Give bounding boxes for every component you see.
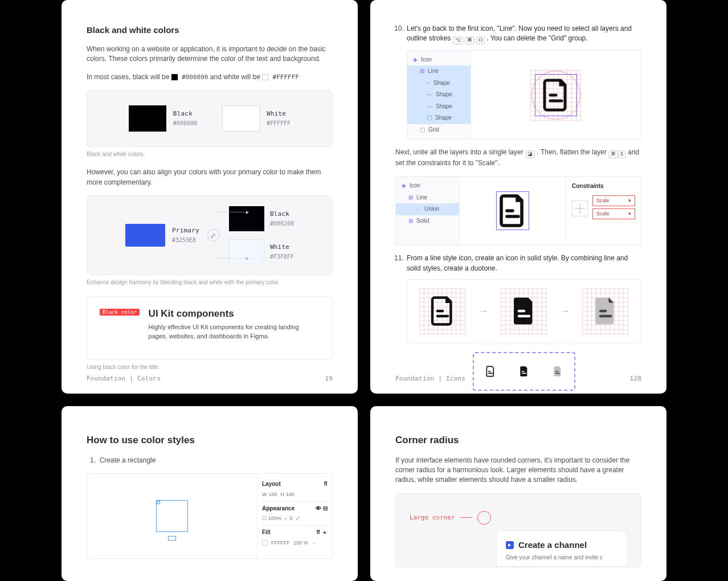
caption-bw: Black and white colors.: [87, 150, 333, 159]
figma-figure-2: ◈Icon ⊞Line ⟋Union ⊞Solid Constraints: [395, 176, 641, 246]
card-desc: Give your channel a name and invite c: [506, 554, 617, 562]
layout-options-icon[interactable]: ⠿: [324, 480, 328, 489]
heading-bw: Black and white colors: [87, 24, 333, 36]
collapse-icon[interactable]: ⊟: [323, 505, 328, 512]
kbd-o: O: [476, 36, 485, 44]
corner-circle-icon: [477, 511, 491, 525]
heading-corner: Corner radius: [395, 433, 641, 448]
kbd-opt: ⌥: [453, 36, 463, 44]
layer-panel-2: ◈Icon ⊞Line ⟋Union ⊞Solid: [396, 177, 460, 245]
bw-swatch-panel: Black #000000 White #FFFFFF: [87, 90, 333, 147]
caption-blend: Enhance design harmony by blending black…: [87, 279, 333, 287]
blend-text: However, you can also align your colors …: [87, 167, 333, 187]
constraint-h-select[interactable]: Scale▾: [592, 195, 635, 206]
icon-style-solid: [501, 288, 547, 334]
page-bw-colors: Black and white colors When working on a…: [62, 0, 358, 394]
swatch-black: Black #000000: [129, 105, 197, 132]
footer-path: Foundation | Colors: [87, 374, 161, 383]
footer-page: 128: [629, 374, 641, 383]
swatch-dot-black: [171, 74, 178, 80]
primary-swatch: [125, 224, 165, 247]
step-11: From a line style icon, create an icon i…: [395, 253, 641, 391]
constraints-cross-icon[interactable]: [572, 201, 588, 216]
caption-kit: Using black color for the title.: [87, 363, 333, 372]
page-icons: Let's go back to the first icon, "Line".…: [370, 0, 666, 394]
arrow-icon: →: [478, 304, 488, 318]
unite-instructions: Next, unite all the layers into a single…: [395, 148, 641, 168]
page-color-styles: How to use color styles 1. Create a rect…: [62, 406, 358, 581]
icon-style-line: [419, 288, 466, 334]
ui-kit-card: Black color UI Kit components Highly eff…: [87, 296, 333, 361]
blend-white-swatch: [229, 239, 264, 264]
kbd-cmd-2: ⌘: [608, 150, 618, 158]
corner-intro: If your interface elements have rounded …: [395, 456, 641, 485]
example-card: Create a channel Give your channel a nam…: [496, 530, 627, 567]
kbd-cmd: ⌘: [465, 36, 475, 44]
constraint-v-select[interactable]: Scale▾: [592, 208, 635, 219]
fill-opacity[interactable]: 100 %: [293, 539, 308, 547]
styles-icon[interactable]: ⠿: [316, 529, 320, 535]
footer-page: 19: [325, 374, 333, 383]
figma-figure-1: ◈Icon ⊞Line ⌐Shape —Shape —Shape ▢Shape …: [407, 50, 641, 140]
icon-styles-figure: → →: [407, 279, 641, 343]
layer-panel-1: ◈Icon ⊞Line ⌐Shape —Shape —Shape ▢Shape …: [407, 51, 471, 140]
heading-styles: How to use color styles: [87, 433, 333, 448]
arrow-icon: →: [560, 304, 570, 318]
blend-black-swatch: [229, 206, 264, 231]
swatch-white: White #FFFFFF: [222, 105, 291, 132]
kit-tag: Black color: [100, 309, 140, 316]
swatch-box-black: [129, 105, 166, 132]
radius-field[interactable]: ⌐ 0: [285, 515, 292, 522]
step-10: Let's go back to the first icon, "Line".…: [395, 24, 641, 140]
remove-fill-icon[interactable]: －: [312, 539, 317, 547]
opacity-field[interactable]: ☐ 100%: [262, 515, 281, 522]
icon-preview-line: [530, 69, 582, 121]
icon-style-duotone: [582, 288, 629, 334]
rect-figure: Layout⠿ W 100 H 100 Appearance 👁 ⊟ ☐ 100…: [87, 473, 333, 559]
corner-figure: Large corner Create a channel Give your …: [395, 493, 641, 567]
selected-rectangle[interactable]: [156, 500, 188, 532]
large-corner-label: Large corner: [410, 513, 455, 522]
intro-text: When working on a website or application…: [87, 44, 333, 64]
figma-inspector: Layout⠿ W 100 H 100 Appearance 👁 ⊟ ☐ 100…: [257, 474, 332, 558]
fill-hex[interactable]: FFFFFF: [271, 539, 290, 547]
height-field[interactable]: H 100: [281, 491, 295, 498]
swatch-dot-white: [262, 74, 268, 80]
eye-icon[interactable]: 👁: [316, 505, 321, 512]
fill-chip[interactable]: [262, 540, 268, 546]
kbd-e: E: [618, 150, 626, 158]
expand-icon[interactable]: ⤢: [296, 515, 300, 522]
kit-title: UI Kit components: [149, 307, 308, 321]
play-icon: [506, 541, 514, 549]
inline-swatches: In most cases, black will be #000000 and…: [87, 72, 333, 82]
icon-variants-box: [473, 352, 575, 391]
page-corner-radius: Corner radius If your interface elements…: [370, 406, 666, 581]
footer-path: Foundation | Icons: [395, 374, 465, 383]
add-fill-icon[interactable]: ＋: [322, 529, 328, 535]
blend-panel: Primary #3259E8 Black#000208: [87, 195, 333, 275]
eyedropper-icon: [207, 229, 220, 242]
swatch-box-white: [222, 105, 260, 132]
union-icon: ◪: [525, 150, 535, 158]
icon-preview-flat: [498, 194, 527, 228]
constraints-panel: Constraints Scale▾ Scale▾: [566, 177, 641, 245]
kit-desc: Highly effective UI Kit components for c…: [149, 323, 308, 341]
width-field[interactable]: W 100: [262, 491, 277, 498]
step-create-rect: 1. Create a rectangle: [90, 456, 333, 465]
